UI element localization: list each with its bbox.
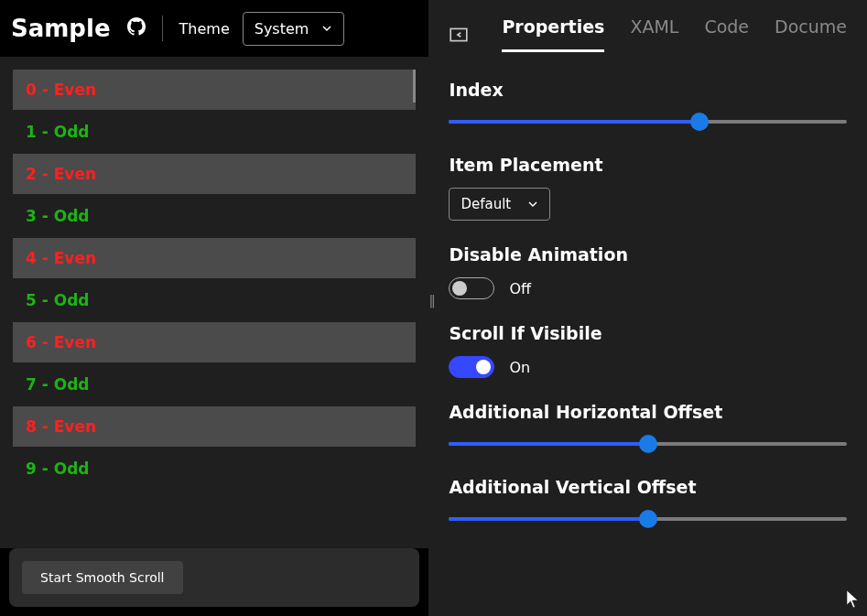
cursor-icon [847, 590, 860, 609]
disable-animation-toggle[interactable] [449, 277, 494, 299]
list-item[interactable]: 7 - Odd [13, 364, 416, 405]
index-label: Index [449, 80, 847, 100]
vertical-offset-slider[interactable] [449, 510, 847, 528]
scrollbar-thumb[interactable] [413, 70, 416, 103]
list-item[interactable]: 6 - Even [13, 322, 416, 362]
list-item[interactable]: 8 - Even [13, 406, 416, 447]
prop-disable-animation: Disable Animation Off [449, 244, 847, 299]
start-smooth-scroll-button[interactable]: Start Smooth Scroll [22, 561, 183, 594]
horizontal-offset-slider[interactable] [449, 435, 847, 453]
tab-docume[interactable]: Docume [775, 16, 847, 52]
right-panel: || PropertiesXAMLCodeDocume Index Item P… [428, 0, 867, 616]
vertical-offset-label: Additional Vertical Offset [449, 477, 847, 497]
list-area[interactable]: 0 - Even1 - Odd2 - Even3 - Odd4 - Even5 … [0, 57, 428, 548]
list-item[interactable]: 9 - Odd [13, 448, 416, 489]
theme-label: Theme [179, 20, 230, 38]
tab-code[interactable]: Code [704, 16, 749, 52]
chevron-down-icon [321, 23, 332, 34]
item-placement-value: Default [461, 196, 511, 212]
split-handle[interactable]: || [428, 293, 433, 308]
list-item[interactable]: 0 - Even [13, 70, 416, 110]
item-placement-select[interactable]: Default [449, 188, 550, 221]
action-area: Start Smooth Scroll [9, 548, 419, 607]
theme-select[interactable]: System [243, 12, 345, 46]
index-slider[interactable] [449, 113, 847, 131]
panel-collapse-icon[interactable] [449, 25, 469, 45]
tab-xaml[interactable]: XAML [630, 16, 678, 52]
item-placement-label: Item Placement [449, 155, 847, 175]
tab-properties[interactable]: Properties [502, 16, 604, 52]
prop-index: Index [449, 80, 847, 131]
app-title: Sample [11, 15, 111, 42]
list-item[interactable]: 5 - Odd [13, 280, 416, 320]
prop-item-placement: Item Placement Default [449, 155, 847, 221]
divider [162, 16, 163, 41]
list-item[interactable]: 2 - Even [13, 154, 416, 194]
scroll-if-visible-toggle[interactable] [449, 356, 494, 378]
scroll-if-visible-value: On [509, 359, 530, 376]
disable-animation-value: Off [509, 280, 531, 297]
chevron-down-icon [527, 199, 538, 210]
tabs: PropertiesXAMLCodeDocume [428, 0, 867, 52]
github-icon[interactable] [127, 17, 162, 39]
list-item[interactable]: 4 - Even [13, 238, 416, 278]
properties-panel: Index Item Placement Default Disable Ani… [428, 52, 867, 579]
list-item[interactable]: 1 - Odd [13, 112, 416, 152]
theme-value: System [255, 20, 309, 38]
prop-scroll-if-visible: Scroll If Visibile On [449, 323, 847, 378]
disable-animation-label: Disable Animation [449, 244, 847, 265]
prop-vertical-offset: Additional Vertical Offset [449, 477, 847, 528]
scroll-if-visible-label: Scroll If Visibile [449, 323, 847, 343]
horizontal-offset-label: Additional Horizontal Offset [449, 402, 847, 422]
header: Sample Theme System [0, 0, 428, 57]
prop-horizontal-offset: Additional Horizontal Offset [449, 402, 847, 453]
list-item[interactable]: 3 - Odd [13, 196, 416, 236]
left-panel: Sample Theme System 0 - Even1 - Odd2 - E… [0, 0, 428, 616]
